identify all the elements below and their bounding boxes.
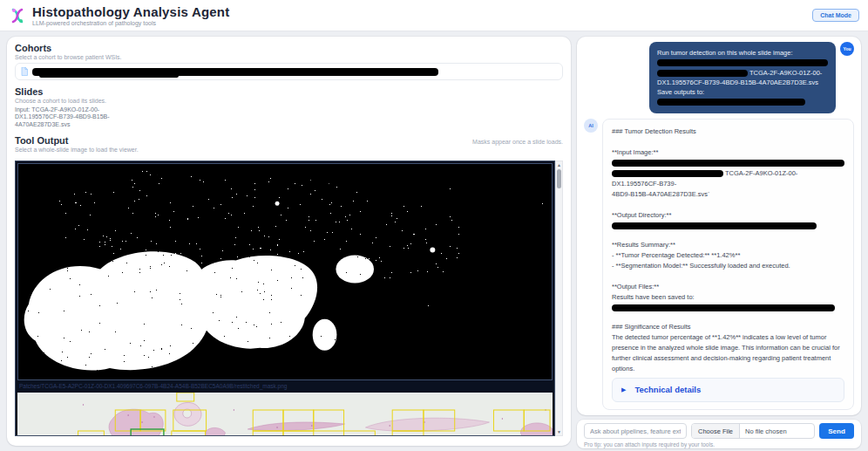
chat-mode-button[interactable]: Chat Mode — [812, 9, 859, 22]
ai-avatar: AI — [584, 119, 598, 133]
pro-tip-text: Pro tip: you can attach inputs required … — [584, 441, 854, 448]
send-button[interactable]: Send — [819, 423, 854, 439]
ai-message-row: AI ### Tumor Detection Results **Input I… — [584, 119, 854, 410]
slides-heading: Slides — [15, 86, 563, 97]
slide-input-path: Input: TCGA-2F-A9KO-01Z-00-DX1.195576CF-… — [15, 106, 111, 128]
slide-viewer: Patches/TCGA-E5-A2PC-01Z-00-DX1.409697C6… — [15, 161, 563, 436]
tool-output-hint: Masks appear once a slide loads. — [472, 139, 563, 145]
redacted-path — [657, 59, 828, 66]
mask-file-caption: Patches/TCGA-E5-A2PC-01Z-00-DX1.409697C6… — [16, 380, 554, 393]
workspace-panel: Cohorts Select a cohort to browse patien… — [7, 37, 571, 446]
app-header: Histopathology Analysis Agent LLM-powere… — [0, 0, 868, 31]
ai-output-dir-label: **Output Directory:** — [612, 210, 844, 221]
patch-grid-thumbnail — [17, 393, 553, 435]
redacted-path — [612, 160, 844, 167]
redacted-path — [657, 99, 805, 106]
document-icon — [21, 67, 28, 76]
user-message-bubble: Run tumor detection on this whole slide … — [649, 42, 836, 113]
redacted-path — [612, 304, 835, 311]
ai-result-tumor-percentage: - **Tumor Percentage Detected:** **1.42%… — [612, 250, 844, 261]
cohorts-description: Select a cohort to browse patient WSIs. — [15, 54, 563, 60]
ai-message-bubble: ### Tumor Detection Results **Input Imag… — [602, 119, 854, 410]
ai-heading-significance: ### Significance of Results — [612, 322, 844, 332]
tumor-mask-image — [17, 163, 553, 380]
chat-composer: Choose File No file chosen Send Pro tip:… — [577, 420, 861, 448]
choose-file-button[interactable]: Choose File — [692, 424, 740, 438]
page-subtitle: LLM-powered orchestration of pathology t… — [32, 20, 229, 26]
viewer-canvas[interactable]: Patches/TCGA-E5-A2PC-01Z-00-DX1.409697C6… — [15, 161, 555, 436]
ai-input-image-label: **Input Image:** — [612, 147, 844, 158]
tool-output-heading: Tool Output — [15, 135, 69, 146]
ai-results-summary-label: **Results Summary:** — [612, 240, 844, 250]
ai-output-dir-section: **Output Directory:** — [612, 210, 844, 229]
chat-input[interactable] — [584, 423, 687, 439]
ai-result-segmentation-model: - **Segmentation Model:** Successfully l… — [612, 261, 844, 271]
user-message-row: Run tumor detection on this whole slide … — [584, 42, 854, 113]
chat-panel: Run tumor detection on this whole slide … — [577, 37, 861, 415]
slides-description: Choose a cohort to load its slides. — [15, 98, 563, 104]
ai-significance-text: The detected tumor percentage of **1.42%… — [612, 332, 844, 374]
ai-heading-results: ### Tumor Detection Results — [612, 126, 844, 137]
ai-input-image-section: **Input Image:** TCGA-2F-A9KO-01Z-00-DX1… — [612, 147, 844, 200]
redacted-path — [657, 70, 748, 77]
viewer-scrollbar[interactable]: ▲ ▼ — [555, 161, 563, 436]
redacted-cohort-name — [32, 68, 438, 76]
expander-arrow-icon: ▶ — [621, 385, 626, 395]
scrollbar-thumb[interactable] — [557, 169, 561, 188]
dna-logo-icon — [9, 7, 26, 24]
main-content: Cohorts Select a cohort to browse patien… — [0, 31, 868, 448]
ai-input-image-file-2: 4BD9-B15B-4A70AE287D3E.svs` — [612, 189, 844, 200]
ai-output-files-label: **Output Files:** — [612, 282, 844, 292]
ai-output-files-text: Results have been saved to: — [612, 292, 844, 303]
scroll-down-icon[interactable]: ▼ — [557, 429, 561, 434]
redacted-path — [612, 170, 723, 177]
ai-results-summary-section: **Results Summary:** - **Tumor Percentag… — [612, 240, 844, 271]
file-upload-control[interactable]: Choose File No file chosen — [691, 423, 815, 439]
technical-details-expander[interactable]: ▶ Technical details — [612, 378, 844, 402]
no-file-chosen-text: No file chosen — [740, 427, 792, 435]
user-avatar: You — [840, 42, 854, 56]
page-title: Histopathology Analysis Agent — [32, 4, 229, 19]
redacted-path — [612, 222, 817, 229]
cohort-list-item[interactable] — [15, 63, 563, 80]
technical-details-label: Technical details — [634, 385, 701, 395]
tool-output-description: Select a whole-slide image to load the v… — [15, 147, 563, 153]
ai-output-files-section: **Output Files:** Results have been save… — [612, 282, 844, 311]
user-message-text: Run tumor detection on this whole slide … — [657, 49, 793, 57]
ai-significance-section: ### Significance of Results The detected… — [612, 322, 844, 374]
cohorts-heading: Cohorts — [15, 43, 563, 53]
scroll-up-icon[interactable]: ▲ — [557, 162, 561, 167]
